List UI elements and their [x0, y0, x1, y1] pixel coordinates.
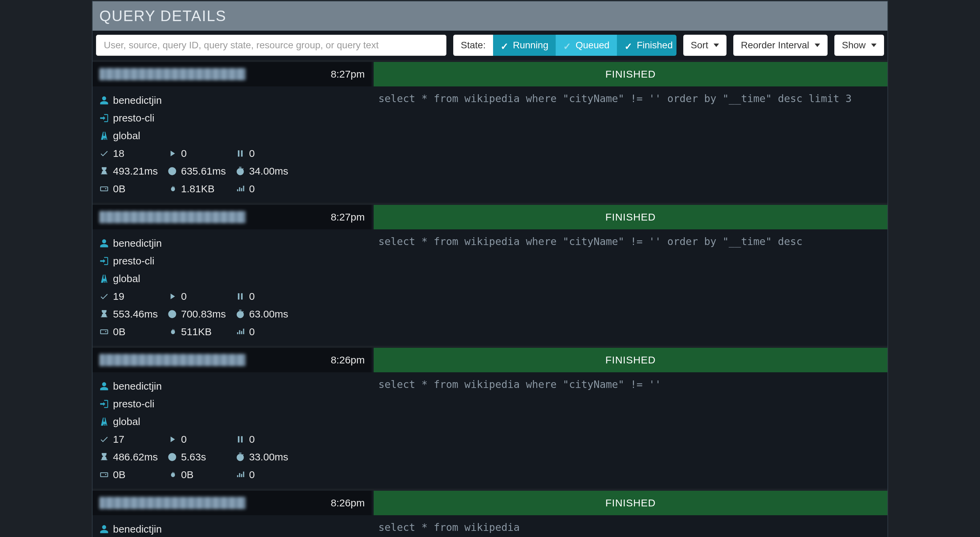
check-icon	[99, 292, 109, 301]
user-icon	[99, 239, 109, 248]
user-icon	[99, 96, 109, 105]
fire-icon	[167, 470, 177, 480]
clock-icon	[167, 166, 177, 176]
search-input[interactable]	[96, 35, 447, 56]
caret-down-icon	[871, 43, 877, 47]
filter-queued-button[interactable]: Queued	[556, 35, 617, 56]
queued-splits: 0	[249, 433, 255, 445]
cpu-time: 700.83ms	[181, 308, 226, 320]
query-id-redacted	[99, 354, 246, 366]
data-read: 0B	[181, 469, 194, 481]
check-icon	[501, 41, 509, 50]
hdd-icon	[99, 470, 109, 480]
pause-icon	[235, 292, 245, 301]
bars-icon	[235, 327, 245, 336]
road-icon	[99, 131, 109, 140]
elapsed-time: 553.46ms	[113, 308, 158, 320]
show-button[interactable]: Show	[834, 35, 884, 56]
query-id-redacted	[99, 211, 246, 223]
sort-button[interactable]: Sort	[683, 35, 727, 56]
reorder-interval-button[interactable]: Reorder Interval	[733, 35, 827, 56]
play-icon	[167, 149, 177, 158]
query-id-redacted	[99, 68, 246, 80]
check-icon	[563, 41, 572, 50]
stopwatch-icon	[235, 452, 245, 462]
play-icon	[167, 292, 177, 301]
query-time: 8:27pm	[331, 69, 365, 80]
completed-splits: 19	[113, 291, 124, 302]
query-status: FINISHED	[374, 205, 888, 229]
queued-splits: 0	[249, 148, 255, 159]
filter-finished-label: Finished	[637, 40, 673, 51]
data-read: 1.81KB	[181, 183, 215, 194]
query-group: global	[113, 273, 140, 285]
query-row: 8:27pm FINISHED benedictjin presto-cli g…	[92, 205, 888, 346]
query-text: select * from wikipedia	[372, 521, 888, 533]
toolbar: State: Running Queued Finished Failed	[92, 30, 888, 60]
caret-down-icon	[815, 43, 820, 47]
query-source: presto-cli	[113, 112, 154, 124]
pause-icon	[235, 149, 245, 158]
elapsed-time: 486.62ms	[113, 451, 158, 463]
stopwatch-icon	[235, 309, 245, 319]
bars-icon	[235, 184, 245, 194]
hourglass-icon	[99, 309, 109, 319]
query-id-box[interactable]: 8:27pm	[92, 62, 372, 86]
rows-read: 0	[249, 326, 255, 338]
query-user: benedictjin	[113, 381, 162, 392]
user-icon	[99, 524, 109, 534]
query-row: 8:26pm FINISHED benedictjin presto-cli g…	[92, 348, 888, 489]
fire-icon	[167, 184, 177, 194]
bars-icon	[235, 470, 245, 480]
query-user: benedictjin	[113, 237, 162, 249]
show-label: Show	[842, 40, 865, 51]
planning-time: 34.00ms	[249, 166, 288, 177]
stopwatch-icon	[235, 166, 245, 176]
play-icon	[167, 435, 177, 444]
query-group: global	[113, 416, 140, 427]
filter-running-label: Running	[513, 40, 548, 51]
cpu-time: 635.61ms	[181, 166, 226, 177]
filter-running-button[interactable]: Running	[493, 35, 556, 56]
planning-time: 63.00ms	[249, 308, 288, 320]
hdd-icon	[99, 327, 109, 336]
clock-icon	[167, 452, 177, 462]
query-id-box[interactable]: 8:26pm	[92, 491, 372, 515]
reorder-label: Reorder Interval	[741, 40, 809, 51]
peak-memory: 0B	[113, 469, 126, 481]
login-icon	[99, 256, 109, 266]
peak-memory: 0B	[113, 183, 126, 194]
login-icon	[99, 399, 109, 409]
check-icon	[99, 435, 109, 444]
query-row: 8:26pm FINISHED benedictjin presto-cli g…	[92, 491, 888, 537]
state-label: State:	[453, 35, 493, 56]
query-id-redacted	[99, 497, 246, 509]
query-meta: benedictjin presto-cli global 17 0 0 4.2…	[92, 521, 372, 537]
login-icon	[99, 113, 109, 123]
hdd-icon	[99, 184, 109, 194]
hourglass-icon	[99, 452, 109, 462]
sort-label: Sort	[691, 40, 708, 51]
query-source: presto-cli	[113, 255, 154, 267]
query-id-box[interactable]: 8:27pm	[92, 205, 372, 229]
check-icon	[99, 149, 109, 158]
query-meta: benedictjin presto-cli global 19 0 0 553…	[92, 236, 372, 339]
query-row: 8:27pm FINISHED benedictjin presto-cli g…	[92, 62, 888, 203]
user-icon	[99, 381, 109, 391]
query-text: select * from wikipedia where "cityName"…	[372, 92, 888, 105]
hourglass-icon	[99, 166, 109, 176]
clock-icon	[167, 309, 177, 319]
filter-finished-button[interactable]: Finished	[617, 35, 676, 56]
query-time: 8:26pm	[331, 354, 365, 366]
query-id-box[interactable]: 8:26pm	[92, 348, 372, 372]
query-source: presto-cli	[113, 398, 154, 410]
road-icon	[99, 417, 109, 426]
query-status: FINISHED	[374, 348, 888, 372]
completed-splits: 17	[113, 433, 124, 445]
query-group: global	[113, 130, 140, 142]
page-title: QUERY DETAILS	[92, 2, 888, 30]
planning-time: 33.00ms	[249, 451, 288, 463]
caret-down-icon	[714, 43, 719, 47]
running-splits: 0	[181, 291, 187, 302]
pause-icon	[235, 435, 245, 444]
